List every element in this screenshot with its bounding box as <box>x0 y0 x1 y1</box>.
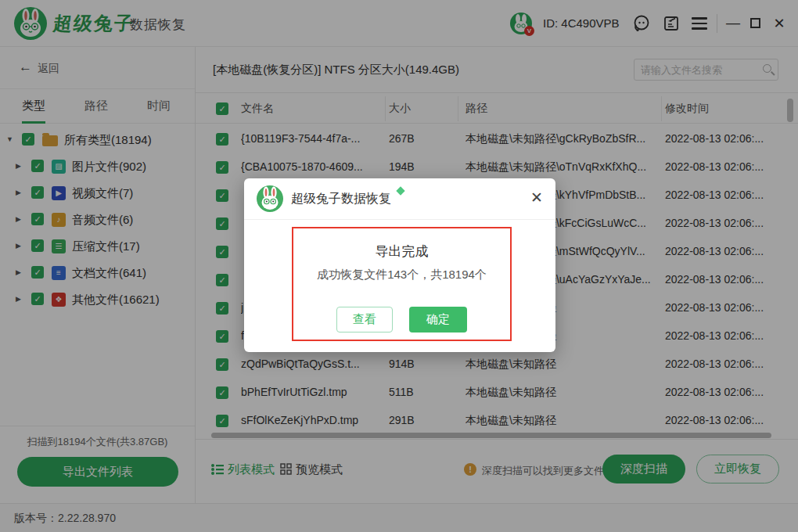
dialog-message-title: 导出完成 <box>293 243 510 261</box>
dialog-buttons: 查看 确定 <box>293 307 510 332</box>
highlight-red-box: 导出完成 成功恢复文件143个，共18194个 查看 确定 <box>292 227 512 341</box>
view-button[interactable]: 查看 <box>336 307 393 332</box>
app-window: 超级兔子 数据恢复 V ID: 4C490VPB <box>0 0 798 532</box>
divider <box>244 219 555 220</box>
dialog-title: 超级兔子数据恢复 <box>291 191 391 207</box>
dialog-rabbit-logo-icon <box>257 185 283 212</box>
dialog-message-body: 成功恢复文件143个，共18194个 <box>293 268 510 282</box>
diamond-decoration-icon <box>396 186 404 195</box>
export-complete-dialog: 超级兔子数据恢复 ✕ 导出完成 成功恢复文件143个，共18194个 查看 确定 <box>244 178 555 352</box>
ok-button[interactable]: 确定 <box>409 307 467 332</box>
dialog-close-button[interactable]: ✕ <box>530 189 543 207</box>
